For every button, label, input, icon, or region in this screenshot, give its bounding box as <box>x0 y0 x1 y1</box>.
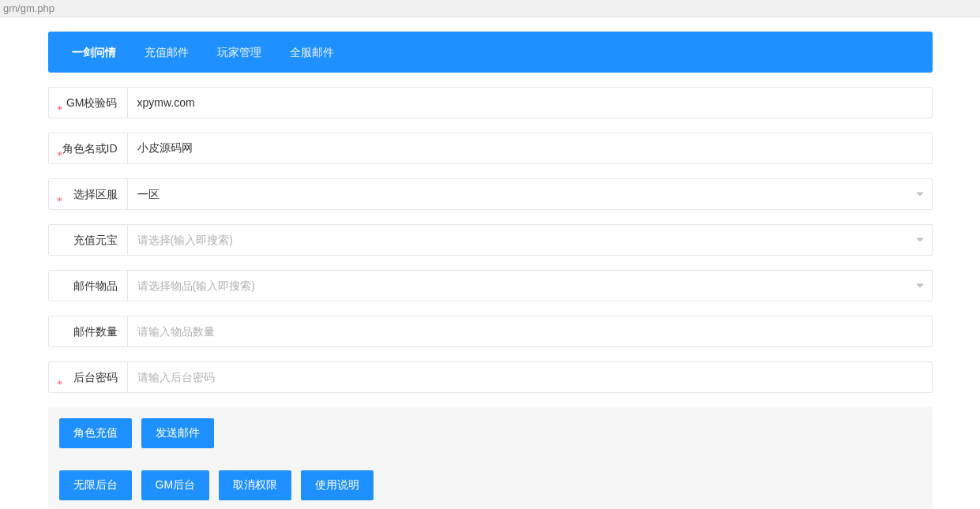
btn-gm-admin[interactable]: GM后台 <box>141 470 210 500</box>
row-gm-code: GM校验码 <box>48 87 933 118</box>
tab-jianwenqing[interactable]: 一剑问情 <box>58 32 130 73</box>
row-recharge: 充值元宝 请选择(输入即搜索) <box>48 224 933 256</box>
tab-bar: 一剑问情 充值邮件 玩家管理 全服邮件 <box>48 32 933 73</box>
select-server-value: 一区 <box>128 179 932 209</box>
button-area: 角色充值 发送邮件 无限后台 GM后台 取消权限 使用说明 <box>48 407 933 509</box>
label-gm-code: GM校验码 <box>49 88 128 118</box>
input-gm-code[interactable] <box>128 88 932 118</box>
select-mail-item[interactable]: 请选择物品(输入即搜索) <box>128 271 932 301</box>
btn-send-mail[interactable]: 发送邮件 <box>141 418 214 448</box>
url-path: gm/gm.php <box>0 0 980 17</box>
btn-unlimited-admin[interactable]: 无限后台 <box>59 470 132 500</box>
tab-global-mail[interactable]: 全服邮件 <box>276 32 348 73</box>
row-role: 角色名或ID <box>48 133 933 164</box>
btn-usage-help[interactable]: 使用说明 <box>301 470 374 500</box>
row-server: 选择区服 一区 <box>48 178 933 210</box>
label-recharge: 充值元宝 <box>49 225 128 255</box>
select-server[interactable]: 一区 <box>128 179 932 209</box>
input-admin-pwd[interactable] <box>128 362 932 392</box>
row-mail-item: 邮件物品 请选择物品(输入即搜索) <box>48 270 933 301</box>
select-recharge[interactable]: 请选择(输入即搜索) <box>128 225 932 255</box>
select-recharge-placeholder: 请选择(输入即搜索) <box>128 225 932 255</box>
tab-player-manage[interactable]: 玩家管理 <box>203 32 276 73</box>
label-mail-qty: 邮件数量 <box>49 316 128 346</box>
label-role: 角色名或ID <box>49 133 128 163</box>
label-mail-item: 邮件物品 <box>49 271 128 301</box>
input-role[interactable] <box>128 133 932 163</box>
main-container: 一剑问情 充值邮件 玩家管理 全服邮件 GM校验码 角色名或ID 选择区服 一区… <box>40 32 941 509</box>
tab-recharge-mail[interactable]: 充值邮件 <box>130 32 203 73</box>
btn-cancel-perm[interactable]: 取消权限 <box>219 470 291 500</box>
btn-role-recharge[interactable]: 角色充值 <box>59 418 132 448</box>
button-row-1: 角色充值 发送邮件 <box>59 418 922 448</box>
label-server: 选择区服 <box>49 179 128 209</box>
row-admin-pwd: 后台密码 <box>48 361 933 393</box>
label-admin-pwd: 后台密码 <box>49 362 128 392</box>
row-mail-qty: 邮件数量 <box>48 316 933 347</box>
button-row-2: 无限后台 GM后台 取消权限 使用说明 <box>59 470 922 500</box>
input-mail-qty[interactable] <box>128 316 932 346</box>
select-mail-item-placeholder: 请选择物品(输入即搜索) <box>128 271 932 301</box>
